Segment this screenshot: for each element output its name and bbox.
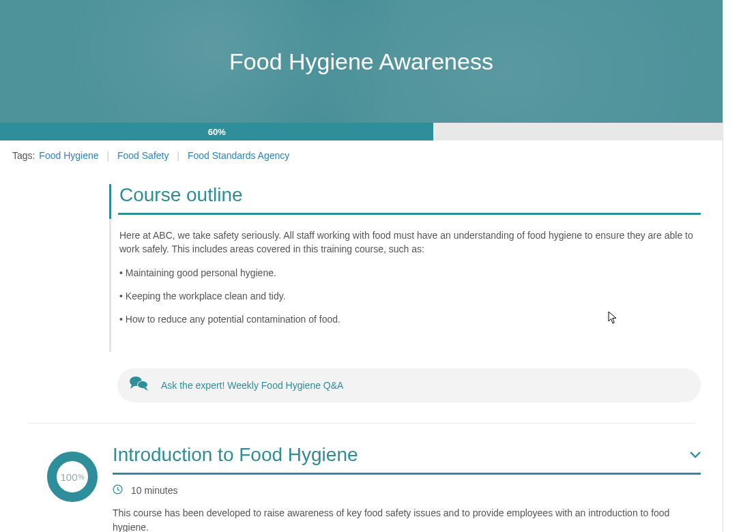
outline-heading: Course outline [119, 184, 701, 206]
svg-point-2 [138, 381, 147, 388]
heading-underline [118, 213, 701, 215]
tag-separator: | [177, 150, 179, 161]
module-body: Introduction to Food Hygiene 10 minutes [113, 444, 701, 532]
module-underline [113, 473, 701, 475]
progress-ring-value: 100 [61, 471, 78, 483]
clock-icon [113, 484, 123, 497]
module-title: Introduction to Food Hygiene [113, 444, 358, 466]
course-hero: Food Hygiene Awareness [0, 0, 723, 123]
outline-header: Course outline [109, 184, 701, 219]
progress-bar-label: 60% [208, 127, 226, 137]
module-duration-row: 10 minutes [113, 484, 701, 497]
tag-link[interactable]: Food Safety [116, 150, 171, 161]
tag-link[interactable]: Food Hygiene [38, 150, 100, 161]
content-column: Course outline Here at ABC, we take safe… [0, 184, 723, 402]
module-title-row: Introduction to Food Hygiene [113, 444, 701, 466]
ask-expert-pill[interactable]: Ask the expert! Weekly Food Hygiene Q&A [117, 368, 701, 402]
progress-ring-label: 100% [46, 451, 98, 503]
course-title: Food Hygiene Awareness [229, 48, 493, 75]
chat-icon [130, 375, 149, 396]
progress-bar-fill: 60% [0, 123, 433, 141]
module-description: This course has been developed to raise … [113, 506, 701, 532]
outline-bullet: • Maintaining good personal hygiene. [119, 266, 701, 280]
section-divider [27, 423, 695, 424]
outline-bullet: • Keeping the workplace clean and tidy. [119, 289, 701, 303]
outline-bullet: • How to reduce any potential contaminat… [119, 312, 701, 326]
module-row: 100% Introduction to Food Hygiene [0, 444, 723, 532]
progress-bar-track: 60% [0, 123, 723, 141]
outline-body: Here at ABC, we take safety seriously. A… [109, 219, 701, 352]
tag-link[interactable]: Food Standards Agency [186, 150, 291, 161]
progress-ring-wrap: 100% [38, 444, 107, 503]
progress-ring-pct: % [78, 473, 85, 481]
module-duration: 10 minutes [131, 485, 177, 496]
tags-label: Tags: [12, 150, 35, 161]
chevron-down-icon[interactable] [690, 449, 701, 461]
progress-ring: 100% [46, 451, 98, 503]
outline-intro: Here at ABC, we take safety seriously. A… [119, 228, 701, 256]
tag-separator: | [106, 150, 109, 161]
ask-expert-label: Ask the expert! Weekly Food Hygiene Q&A [161, 380, 343, 391]
tags-row: Tags: Food Hygiene | Food Safety | Food … [0, 141, 723, 171]
page-wrapper: Food Hygiene Awareness 60% Tags: Food Hy… [0, 0, 723, 532]
